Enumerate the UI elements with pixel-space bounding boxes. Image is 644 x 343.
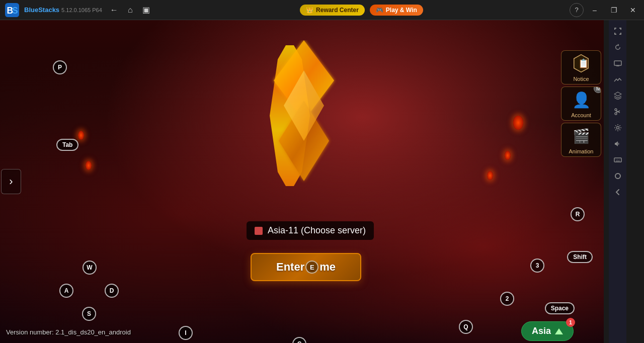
account-button[interactable]: M 👤 Account [561, 87, 601, 121]
key-shift[interactable]: Shift [567, 251, 593, 263]
enter-label-after: me [319, 261, 336, 274]
minimize-button[interactable]: – [586, 1, 604, 19]
lantern-3 [487, 171, 493, 180]
reward-icon: 👑 [306, 7, 313, 14]
help-button[interactable]: ? [570, 3, 584, 17]
key-r[interactable]: R [571, 207, 585, 221]
animation-button[interactable]: 🎬 Animation [561, 123, 601, 157]
title-bar: B S BlueStacks 5.12.0.1065 P64 ← ⌂ ▣ 👑 R… [0, 0, 644, 20]
e-key-badge: E [305, 261, 318, 274]
key-tab[interactable]: Tab [56, 139, 78, 151]
play-win-label: Play & Win [386, 7, 417, 14]
gold-diamond-svg [254, 40, 354, 191]
key-q[interactable]: Q [459, 320, 473, 334]
svg-point-9 [615, 109, 617, 111]
game-canvas: › P Tab W A S D I C Q R Shift Space 3 2 … [0, 20, 604, 343]
sidebar-layers-button[interactable] [611, 89, 625, 103]
key-w[interactable]: W [83, 261, 97, 275]
lantern-1 [78, 131, 84, 140]
play-win-button[interactable]: 🎮 Play & Win [370, 5, 423, 16]
asia-badge: 1 [566, 318, 575, 327]
app-name: BlueStacks [24, 6, 59, 14]
key-3[interactable]: 3 [530, 259, 544, 273]
nav-buttons: ← ⌂ ▣ [107, 3, 153, 17]
svg-point-11 [616, 127, 619, 129]
enter-game-button[interactable]: Enter E me [251, 253, 361, 281]
sidebar-cut-button[interactable] [611, 105, 625, 119]
key-p[interactable]: P [53, 60, 67, 74]
window-controls: – ❐ ✕ [586, 1, 642, 19]
key-d[interactable]: D [105, 284, 119, 298]
enter-label-before: Enter [276, 261, 304, 274]
asia-triangle-icon [555, 328, 563, 334]
sidebar-performance-button[interactable] [611, 72, 625, 87]
restore-button[interactable]: ❐ [605, 1, 623, 19]
close-button[interactable]: ✕ [624, 1, 642, 19]
sidebar-volume-button[interactable] [611, 137, 625, 151]
sidebar-back-button[interactable] [611, 185, 625, 199]
svg-text:📋: 📋 [578, 58, 589, 69]
sidebar-rotate-button[interactable] [611, 40, 625, 54]
animation-icon-area: 🎬 [561, 123, 601, 148]
server-icon [255, 227, 263, 235]
right-sidebar [609, 20, 626, 343]
right-ui-panel: 📋 Notice M 👤 Account 🎬 Animation [558, 50, 604, 157]
sidebar-fullscreen-button[interactable] [611, 24, 625, 38]
sidebar-screen-button[interactable] [611, 56, 625, 70]
recent-button[interactable]: ▣ [139, 3, 153, 17]
game-background [0, 20, 604, 343]
app-logo: B S [3, 1, 21, 19]
lantern-5 [513, 116, 523, 130]
sidebar-settings2-button[interactable] [611, 169, 625, 183]
main-area: › P Tab W A S D I C Q R Shift Space 3 2 … [0, 20, 626, 343]
app-version: 5.12.0.1065 P64 [61, 7, 102, 13]
lantern-2 [86, 161, 92, 170]
key-space[interactable]: Space [545, 302, 575, 314]
play-win-icon: 🎮 [376, 7, 383, 14]
server-name: Asia-11 (Choose server) [268, 225, 366, 236]
account-label: Account [561, 112, 601, 118]
asia-label: Asia [532, 326, 551, 336]
back-button[interactable]: ← [107, 3, 121, 17]
account-icon: 👤 [572, 91, 591, 109]
home-button[interactable]: ⌂ [123, 3, 137, 17]
notice-icon-area: 📋 [561, 51, 601, 76]
svg-point-10 [615, 113, 617, 115]
sidebar-settings-button[interactable] [611, 121, 625, 135]
left-arrow-button[interactable]: › [1, 169, 21, 194]
key-a[interactable]: A [59, 284, 73, 298]
animation-icon: 🎬 [573, 128, 590, 144]
reward-center-button[interactable]: 👑 Reward Center [300, 5, 365, 16]
lantern-4 [505, 151, 511, 160]
key-s[interactable]: S [82, 307, 96, 321]
svg-text:S: S [12, 6, 18, 16]
svg-rect-12 [614, 158, 621, 162]
asia-button[interactable]: 1 Asia [521, 321, 574, 341]
title-center: 👑 Reward Center 🎮 Play & Win [153, 5, 570, 16]
notice-icon: 📋 [572, 54, 591, 73]
animation-label: Animation [561, 148, 601, 154]
notice-label: Notice [561, 76, 601, 82]
key-i[interactable]: I [179, 326, 193, 340]
version-text: Version number: 2.1_dis_ds20_en_android [6, 328, 131, 336]
reward-center-label: Reward Center [316, 7, 359, 14]
notice-button[interactable]: 📋 Notice [561, 50, 601, 84]
server-select[interactable]: Asia-11 (Choose server) [247, 221, 374, 240]
key-2[interactable]: 2 [500, 292, 514, 306]
svg-rect-8 [614, 61, 621, 65]
sidebar-keyboard-button[interactable] [611, 153, 625, 167]
